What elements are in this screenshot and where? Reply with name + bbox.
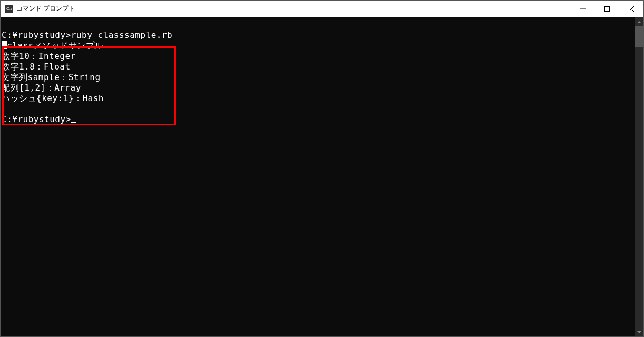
terminal-line: C:¥rubystudy>ruby classsample.rb <box>2 30 633 41</box>
titlebar-left: C:\ コマンド プロンプト <box>5 4 75 13</box>
window-controls <box>571 1 643 17</box>
close-button[interactable] <box>619 1 643 17</box>
close-icon <box>629 6 634 12</box>
app-icon: C:\ <box>5 5 13 13</box>
terminal-line: classメソッドサンプル <box>2 41 633 51</box>
terminal-line <box>2 104 633 114</box>
scrollbar-down-button[interactable] <box>635 328 643 336</box>
scrollbar-thumb[interactable] <box>635 26 643 47</box>
scrollbar[interactable] <box>635 17 643 336</box>
terminal-line: ハッシュ{key:1}：Hash <box>2 93 633 104</box>
prompt-text: C:¥rubystudy> <box>2 114 71 124</box>
titlebar[interactable]: C:\ コマンド プロンプト <box>1 1 643 17</box>
terminal-line: 配列[1,2]：Array <box>2 83 633 93</box>
terminal-line: 文字列sample：String <box>2 72 633 83</box>
terminal-line: 数字10：Integer <box>2 51 633 62</box>
minimize-icon <box>580 6 586 12</box>
terminal-line: 数字1.8：Float <box>2 62 633 72</box>
block-marker <box>2 41 7 49</box>
terminal[interactable]: C:¥rubystudy>ruby classsample.rbclassメソッ… <box>1 17 635 336</box>
terminal-container: C:¥rubystudy>ruby classsample.rbclassメソッ… <box>1 17 643 336</box>
maximize-icon <box>604 6 610 12</box>
command-prompt-window: C:\ コマンド プロンプト C:¥rubystudy>ruby classsa… <box>0 0 644 337</box>
window-title: コマンド プロンプト <box>16 4 75 13</box>
minimize-button[interactable] <box>571 1 595 17</box>
svg-rect-1 <box>605 6 610 11</box>
app-icon-text: C:\ <box>6 6 12 11</box>
terminal-line <box>2 19 633 30</box>
chevron-down-icon <box>637 330 641 334</box>
scrollbar-up-button[interactable] <box>635 17 643 26</box>
terminal-line: C:¥rubystudy> <box>2 114 633 125</box>
cursor <box>71 122 76 123</box>
maximize-button[interactable] <box>595 1 619 17</box>
terminal-text: classメソッドサンプル <box>7 41 103 51</box>
chevron-up-icon <box>637 20 641 24</box>
